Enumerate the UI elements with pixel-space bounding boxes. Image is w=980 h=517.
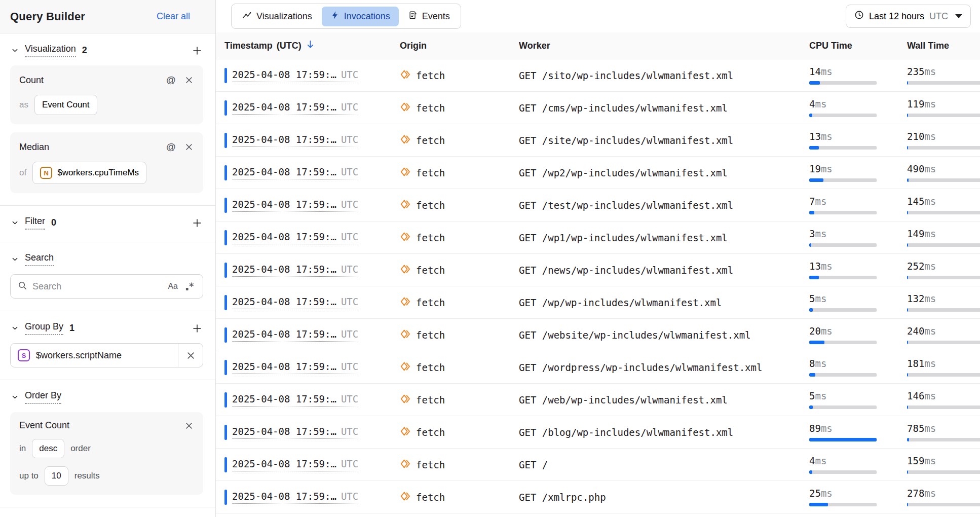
cpu-time-unit: ms — [815, 455, 826, 466]
timestamp-timezone: UTC — [341, 166, 358, 177]
chevron-down-icon[interactable] — [10, 218, 20, 228]
column-header-timestamp[interactable]: Timestamp (UTC) — [224, 40, 400, 52]
cpu-time-value: 7 — [809, 196, 815, 207]
header-label: Wall Time — [907, 41, 949, 51]
cpu-time-value: 89 — [809, 423, 821, 434]
tab-invocations[interactable]: Invocations — [322, 7, 399, 26]
table-row[interactable]: 2025-04-08 17:59:… UTC fetch GET / 4ms 1… — [216, 449, 980, 481]
table-row[interactable]: 2025-04-08 17:59:… UTC fetch GET /web/wp… — [216, 384, 980, 416]
cpu-time-unit: ms — [821, 488, 833, 499]
cpu-time-value: 13 — [809, 261, 821, 272]
chevron-down-icon[interactable] — [10, 46, 20, 55]
chevron-down-icon[interactable] — [10, 392, 20, 402]
column-header-worker[interactable]: Worker — [519, 41, 809, 51]
origin-label: fetch — [416, 362, 445, 373]
wall-time-value: 132 — [907, 293, 924, 304]
wall-time-bar-track — [907, 470, 980, 474]
wall-time-unit: ms — [924, 390, 936, 401]
order-by-title[interactable]: Order By — [25, 390, 61, 404]
timestamp-text: 2025-04-08 17:59:… — [232, 296, 336, 307]
mention-icon[interactable]: @ — [165, 140, 177, 154]
timestamp-cell: 2025-04-08 17:59:… UTC — [232, 166, 358, 179]
search-input[interactable] — [32, 281, 162, 292]
table-row[interactable]: 2025-04-08 17:59:… UTC fetch GET /site/w… — [216, 124, 980, 157]
fetch-origin-icon — [400, 134, 411, 147]
table-row[interactable]: 2025-04-08 17:59:… UTC fetch GET /wordpr… — [216, 351, 980, 384]
column-header-origin[interactable]: Origin — [400, 41, 519, 51]
cpu-time-bar-track — [809, 438, 877, 441]
cpu-time-bar-track — [809, 243, 877, 247]
cpu-time-value: 20 — [809, 325, 821, 337]
wall-time-value: 159 — [907, 455, 924, 466]
time-range-selector[interactable]: Last 12 hours UTC — [846, 5, 971, 28]
table-row[interactable]: 2025-04-08 17:59:… UTC fetch GET /wp1/wp… — [216, 221, 980, 254]
column-header-cpu-time[interactable]: CPU Time — [809, 41, 907, 51]
timestamp-timezone: UTC — [341, 361, 358, 372]
wall-time-bar-fill — [907, 373, 908, 377]
filter-section: Filter 0 — [0, 206, 215, 242]
timestamp-text: 2025-04-08 17:59:… — [232, 199, 336, 210]
cpu-time-value: 5 — [809, 293, 815, 304]
chevron-down-icon[interactable] — [10, 323, 20, 333]
row-accent-bar — [224, 198, 227, 213]
table-row[interactable]: 2025-04-08 17:59:… UTC fetch GET /blog/w… — [216, 416, 980, 449]
table-row[interactable]: 2025-04-08 17:59:… UTC fetch GET /xmlrpc… — [216, 481, 980, 513]
add-visualization-button[interactable] — [191, 45, 203, 57]
cpu-time-bar-fill — [809, 503, 828, 506]
close-icon[interactable] — [184, 421, 194, 431]
timestamp-text: 2025-04-08 17:59:… — [232, 134, 336, 145]
cpu-time-bar-fill — [809, 178, 823, 182]
results-label: results — [74, 471, 100, 481]
close-icon[interactable] — [184, 142, 194, 152]
cpu-time-value: 14 — [809, 66, 821, 77]
wall-time-bar-track — [907, 308, 980, 312]
cpu-time-bar-track — [809, 341, 877, 344]
visualization-title[interactable]: Visualization — [25, 44, 76, 57]
timestamp-cell: 2025-04-08 17:59:… UTC — [232, 491, 358, 504]
wall-time-bar-track — [907, 81, 980, 85]
timestamp-cell: 2025-04-08 17:59:… UTC — [232, 264, 358, 277]
add-group-by-button[interactable] — [191, 322, 203, 335]
match-case-toggle[interactable]: Aa — [167, 281, 179, 292]
event-count-chip[interactable]: Event Count — [34, 95, 97, 115]
cpu-time-bar-fill — [809, 243, 811, 247]
tab-visualizations[interactable]: Visualizations — [234, 6, 321, 26]
table-row[interactable]: 2025-04-08 17:59:… UTC fetch GET /wp2/wp… — [216, 157, 980, 189]
table-row[interactable]: 2025-04-08 17:59:… UTC fetch GET /test/w… — [216, 189, 980, 221]
row-accent-bar — [224, 68, 227, 83]
regex-toggle-icon[interactable] — [184, 281, 196, 292]
table-row[interactable]: 2025-04-08 17:59:… UTC fetch GET /cms/wp… — [216, 92, 980, 124]
cpu-time-bar-track — [809, 81, 877, 85]
tab-events[interactable]: Events — [400, 7, 459, 26]
cpu-time-bar-fill — [809, 341, 824, 344]
table-row[interactable]: 2025-04-08 17:59:… UTC fetch GET /websit… — [216, 319, 980, 351]
column-header-wall-time[interactable]: Wall Time — [907, 41, 980, 51]
clear-all-link[interactable]: Clear all — [157, 11, 190, 22]
timestamp-cell: 2025-04-08 17:59:… UTC — [232, 101, 358, 115]
mention-icon[interactable]: @ — [165, 73, 177, 87]
worker-request: GET /website/wp-includes/wlwmanifest.xml — [519, 329, 751, 341]
group-by-field[interactable]: S $workers.scriptName — [10, 343, 203, 367]
group-by-title[interactable]: Group By — [25, 321, 63, 335]
result-limit-input[interactable]: 10 — [45, 466, 68, 486]
table-row[interactable]: 2025-04-08 17:59:… UTC fetch GET /sito/w… — [216, 59, 980, 92]
filter-title[interactable]: Filter — [25, 216, 45, 230]
close-icon[interactable] — [184, 75, 194, 85]
timestamp-cell: 2025-04-08 17:59:… UTC — [232, 134, 358, 147]
chevron-down-icon[interactable] — [10, 254, 20, 264]
document-icon — [408, 11, 418, 22]
remove-group-by-button[interactable] — [178, 344, 203, 367]
invocations-table-body: 2025-04-08 17:59:… UTC fetch GET /sito/w… — [216, 59, 980, 517]
search-title[interactable]: Search — [25, 252, 54, 266]
add-filter-button[interactable] — [191, 217, 203, 229]
table-row[interactable]: 2025-04-08 17:59:… UTC fetch GET /news/w… — [216, 254, 980, 286]
table-row[interactable]: 2025-04-08 17:59:… UTC fetch GET /wp/wp-… — [216, 286, 980, 319]
query-builder-sidebar: Query Builder Clear all Visualization 2 … — [0, 0, 216, 517]
cpu-time-unit: ms — [821, 325, 833, 337]
origin-label: fetch — [416, 297, 445, 308]
sort-direction-button[interactable]: desc — [32, 439, 64, 458]
wall-time-bar-track — [907, 341, 980, 344]
as-label: as — [19, 100, 28, 110]
cpu-time-field-chip[interactable]: N $workers.cpuTimeMs — [32, 162, 146, 184]
cpu-time-value: 19 — [809, 163, 821, 174]
